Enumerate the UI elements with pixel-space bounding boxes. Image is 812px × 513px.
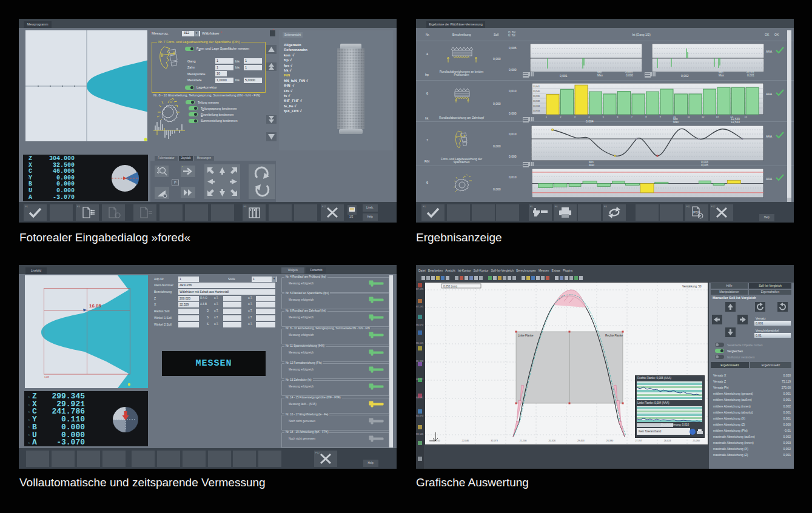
svg-text:33,538: 33,538 [533,100,540,102]
svg-text:33,540: 33,540 [533,90,540,93]
svg-text:1,08: 1,08 [44,375,50,378]
svg-text:16.05: 16.05 [89,303,102,309]
svg-text:Linke Flanke: Linke Flanke [518,334,534,337]
svg-text:Verstärkung: 50: Verstärkung: 50 [682,285,702,288]
svg-text:33,941: 33,941 [533,86,540,88]
svg-text:33,939: 33,939 [533,95,540,98]
svg-text:33,334: 33,334 [533,105,540,107]
svg-text:33,933: 33,933 [533,110,540,112]
svg-text:Rechte Flanke: Rechte Flanke [605,334,623,337]
svg-text:0,652 (mm): 0,652 (mm) [443,285,458,288]
